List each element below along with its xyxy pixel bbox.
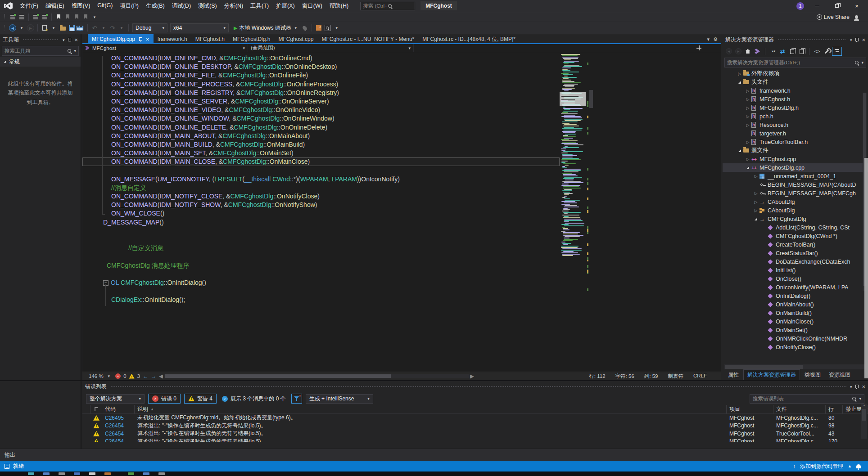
scope-filter-dropdown[interactable]: 整个解决方案 ▾ xyxy=(86,394,145,404)
tree-item[interactable]: ▷hMFCghost.h xyxy=(723,95,868,103)
indent-icon[interactable] xyxy=(9,13,17,21)
minimize-button[interactable] xyxy=(810,1,824,11)
tree-item[interactable]: →CMFCghostDlg xyxy=(723,215,868,223)
code-line[interactable]: ON_COMMAND(IDM_ONLINE_DELETE, &CMFCghost… xyxy=(82,123,560,132)
preview-selected-items-icon[interactable] xyxy=(797,47,805,55)
document-tab[interactable]: MFCghost.h xyxy=(191,34,229,44)
show-all-files-icon[interactable]: <> xyxy=(813,47,821,55)
pin-icon[interactable] xyxy=(138,37,143,42)
new-file-dropdown-icon[interactable]: ▾ xyxy=(50,24,58,31)
vertical-scrollbar-thumb[interactable] xyxy=(589,90,593,108)
menu-item[interactable]: 帮助(H) xyxy=(326,0,352,12)
tree-item[interactable]: AddList(CString, CString, CSt xyxy=(723,223,868,232)
document-tab[interactable]: MFCghostDlg.h xyxy=(229,34,274,44)
notifications-bell-icon[interactable] xyxy=(856,464,861,468)
back-dropdown-icon[interactable]: ▾ xyxy=(18,24,26,31)
tab-options-gear-icon[interactable]: ⚙ xyxy=(713,36,718,42)
close-icon[interactable]: × xyxy=(74,37,78,43)
expander-collapsed-icon[interactable]: ▷ xyxy=(752,174,760,179)
tree-item[interactable]: BEGIN_MESSAGE_MAP(CAboutD xyxy=(723,180,868,189)
expander-collapsed-icon[interactable]: ▷ xyxy=(744,123,751,127)
expander-expanded-icon[interactable] xyxy=(736,148,743,153)
pin-icon[interactable] xyxy=(854,37,859,42)
back-icon[interactable]: ◄ xyxy=(725,47,733,55)
error-row[interactable]: !C26454算术溢出: "-"操作在编译时生成负的无符号结果(io.5)。MF… xyxy=(82,430,868,438)
close-button[interactable]: × xyxy=(850,1,863,11)
line-column-header[interactable]: 行 xyxy=(826,405,843,413)
description-column-header[interactable]: 说明▲ xyxy=(135,405,727,413)
window-position-icon[interactable]: ▾ xyxy=(850,38,852,42)
filter-icon[interactable] xyxy=(291,394,302,404)
window-position-icon[interactable]: ▾ xyxy=(63,38,65,42)
expander-collapsed-icon[interactable]: ▷ xyxy=(752,191,760,196)
tree-item[interactable]: ▷hMFCghostDlg.h xyxy=(723,103,868,112)
error-row[interactable]: !C26454算术溢出: "-"操作在编译时生成负的无符号结果(io.5)。MF… xyxy=(82,422,868,430)
code-area[interactable]: ON_COMMAND(IDM_ONLINE_CMD, &CMFCghostDlg… xyxy=(82,52,594,372)
expander-collapsed-icon[interactable]: ▷ xyxy=(744,114,751,119)
code-line[interactable]: CDialogEx::OnInitDialog(); xyxy=(82,296,560,304)
code-line[interactable]: ON_COMMAND(IDM_ONLINE_DESKTOP, &CMFCghos… xyxy=(82,63,560,71)
build-intellisense-dropdown[interactable]: 生成 + IntelliSense ▾ xyxy=(306,394,373,404)
panel-tab-1[interactable]: 属性 xyxy=(724,369,742,380)
document-tab[interactable]: MFCghost.cpp xyxy=(274,34,317,44)
tree-item[interactable]: DoDataExchange(CDataExch xyxy=(723,257,868,266)
menu-item[interactable]: 扩展(X) xyxy=(272,0,298,12)
error-row[interactable]: !C26495未初始化变量 CMFCghostDlg::nid。始终初始化成员变… xyxy=(82,414,868,422)
tree-item[interactable]: OnMainBuild() xyxy=(723,309,868,317)
redo-icon[interactable]: ↷ xyxy=(108,24,117,31)
menu-item[interactable]: Git(G) xyxy=(94,0,116,12)
code-line[interactable] xyxy=(82,287,560,296)
expander-collapsed-icon[interactable]: ▷ xyxy=(736,72,743,76)
tree-item[interactable]: OnIconNotify(WPARAM, LPA xyxy=(723,283,868,292)
tree-item[interactable]: OnNMRClickOnline(NMHDR xyxy=(723,334,868,343)
wrench-icon[interactable] xyxy=(823,47,831,55)
quick-search-box[interactable]: 搜索 (Ctrl+Q) xyxy=(360,2,415,10)
tree-item[interactable]: CreatStatusBar() xyxy=(723,249,868,257)
horizontal-scrollbar-thumb[interactable] xyxy=(165,374,391,378)
tree-item[interactable]: ▷hpch.h xyxy=(723,112,868,121)
code-line[interactable] xyxy=(82,166,560,175)
tree-item[interactable]: ▷hTrueColorToolBar.h xyxy=(723,138,868,146)
code-line[interactable] xyxy=(82,270,560,278)
code-line[interactable]: ON_WM_CLOSE() xyxy=(82,209,560,218)
toolbar-overflow-icon[interactable]: ▾ xyxy=(333,24,341,31)
close-icon[interactable]: × xyxy=(862,384,865,390)
code-line[interactable]: ON_COMMAND(IDM_MAIN_CLOSE, &CMFCghostDlg… xyxy=(82,157,560,166)
hot-reload-icon[interactable] xyxy=(302,25,307,31)
error-code-link[interactable]: C26495 xyxy=(102,415,135,421)
expander-expanded-icon[interactable] xyxy=(752,217,760,221)
new-file-icon[interactable] xyxy=(41,24,49,31)
output-panel-tab[interactable]: 输出 xyxy=(0,449,868,461)
file-column-header[interactable]: 文件 xyxy=(773,405,826,413)
menu-item[interactable]: 调试(D) xyxy=(168,0,194,12)
code-line[interactable]: ON_COMMAND(IDM_ONLINE_FILE, &CMFCghostDl… xyxy=(82,71,560,80)
sync-with-active-document-icon[interactable]: ⇄ xyxy=(778,47,787,55)
code-line[interactable]: //自定义消息 xyxy=(82,244,560,252)
code-line[interactable]: ON_COMMAND(IDM_MAIN_ABOUT, &CMFCghostDlg… xyxy=(82,132,560,140)
change-marker-column[interactable] xyxy=(586,52,594,372)
tree-item[interactable]: OnMainAbout() xyxy=(723,300,868,309)
menu-item[interactable]: 测试(S) xyxy=(194,0,221,12)
panel-drag-area[interactable] xyxy=(778,39,846,41)
collapse-all-icon[interactable] xyxy=(832,47,842,56)
code-line[interactable]: ON_COMMAND(IDM_ONLINE_PROCESS, &CMFCghos… xyxy=(82,80,560,89)
undo-dropdown-icon[interactable]: ▾ xyxy=(99,24,108,31)
code-column-header[interactable]: 代码 xyxy=(102,405,135,413)
expander-collapsed-icon[interactable]: ▷ xyxy=(744,89,751,93)
start-debug-button[interactable]: 本地 Windows 调试器 xyxy=(239,24,291,32)
tree-item[interactable]: 源文件 xyxy=(723,146,868,155)
document-tab[interactable]: MFCghost.rc - I...NU_NOTIFY - Menu* xyxy=(317,34,418,44)
expander-collapsed-icon[interactable]: ▷ xyxy=(744,140,751,144)
document-tab[interactable]: framework.h xyxy=(154,34,191,44)
tree-item[interactable]: ▷hframework.h xyxy=(723,86,868,95)
toolbox-section-general[interactable]: 常规 xyxy=(0,57,81,67)
toolbar-grip[interactable] xyxy=(5,25,6,31)
window-position-icon[interactable]: ▾ xyxy=(850,385,852,389)
next-issue-icon[interactable]: → xyxy=(151,373,156,379)
open-file-icon[interactable] xyxy=(59,24,67,31)
severity-column-header[interactable] xyxy=(90,405,102,413)
menu-item[interactable]: 生成(B) xyxy=(142,0,168,12)
errors-filter-button[interactable]: × 错误 0 xyxy=(148,394,181,404)
expander-collapsed-icon[interactable]: ▷ xyxy=(744,106,751,110)
menu-item[interactable]: 工具(T) xyxy=(247,0,272,12)
